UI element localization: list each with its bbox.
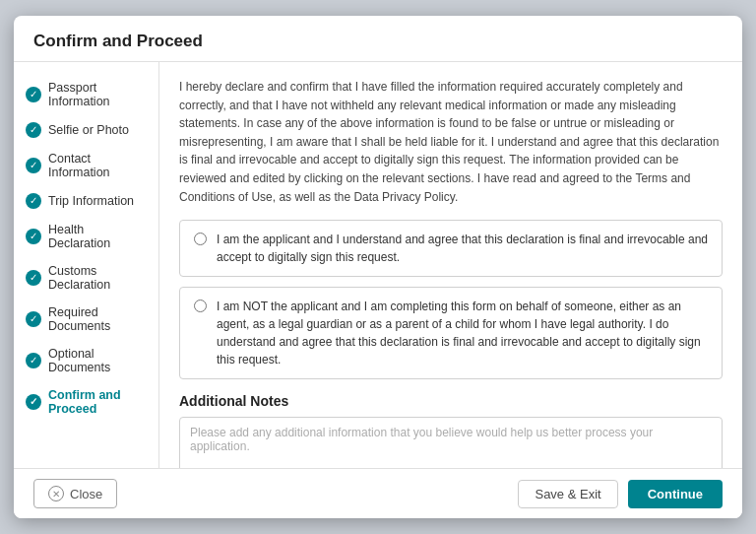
modal-header: Confirm and Proceed — [14, 16, 742, 62]
sidebar-item-label: Optional Documents — [48, 347, 147, 374]
close-button[interactable]: ✕ Close — [33, 479, 117, 508]
save-exit-button[interactable]: Save & Exit — [518, 480, 617, 508]
check-icon — [26, 193, 41, 209]
sidebar-item-label: Contact Information — [48, 152, 147, 179]
check-icon — [26, 270, 41, 286]
radio-applicant[interactable] — [194, 233, 207, 245]
sidebar-item-label: Selfie or Photo — [48, 123, 129, 137]
check-icon — [26, 353, 41, 368]
radio-non-applicant-label: I am NOT the applicant and I am completi… — [217, 298, 708, 368]
content-area: I hereby declare and confirm that I have… — [159, 62, 742, 468]
sidebar-item-8[interactable]: Confirm and Proceed — [14, 381, 158, 423]
radio-applicant-label: I am the applicant and I understand and … — [217, 231, 708, 266]
additional-notes-section: Additional Notes — [179, 393, 723, 468]
radio-option-applicant[interactable]: I am the applicant and I understand and … — [179, 220, 723, 277]
declaration-text: I hereby declare and confirm that I have… — [179, 78, 723, 206]
sidebar-item-label: Confirm and Proceed — [48, 388, 147, 416]
sidebar-item-4[interactable]: Health Declaration — [14, 216, 158, 257]
notes-textarea[interactable] — [179, 417, 723, 468]
check-icon — [26, 311, 41, 327]
sidebar-item-7[interactable]: Optional Documents — [14, 340, 158, 381]
radio-option-non-applicant[interactable]: I am NOT the applicant and I am completi… — [179, 287, 723, 379]
radio-non-applicant[interactable] — [194, 300, 207, 312]
close-label: Close — [70, 487, 102, 501]
sidebar-item-label: Health Declaration — [48, 223, 147, 250]
modal-body: Passport InformationSelfie or PhotoConta… — [14, 62, 742, 468]
modal-title: Confirm and Proceed — [33, 32, 723, 51]
check-icon — [26, 158, 41, 173]
sidebar-item-5[interactable]: Customs Declaration — [14, 257, 158, 299]
footer-right: Save & Exit Continue — [518, 480, 723, 508]
sidebar-item-label: Passport Information — [48, 81, 147, 108]
sidebar-item-label: Required Documents — [48, 305, 147, 333]
sidebar-item-6[interactable]: Required Documents — [14, 299, 158, 340]
modal-footer: ✕ Close Save & Exit Continue — [14, 468, 742, 518]
check-icon — [26, 229, 41, 244]
additional-notes-title: Additional Notes — [179, 393, 723, 409]
close-icon: ✕ — [48, 486, 64, 501]
check-icon — [26, 394, 41, 410]
check-icon — [26, 122, 41, 138]
sidebar-item-3[interactable]: Trip Information — [14, 186, 158, 216]
sidebar-item-label: Trip Information — [48, 194, 134, 208]
sidebar: Passport InformationSelfie or PhotoConta… — [14, 62, 159, 468]
check-icon — [26, 87, 41, 102]
modal-container: Confirm and Proceed Passport Information… — [14, 16, 742, 518]
continue-button[interactable]: Continue — [628, 480, 723, 508]
sidebar-item-0[interactable]: Passport Information — [14, 74, 158, 115]
sidebar-item-label: Customs Declaration — [48, 264, 147, 292]
sidebar-item-2[interactable]: Contact Information — [14, 145, 158, 186]
sidebar-item-1[interactable]: Selfie or Photo — [14, 115, 158, 145]
